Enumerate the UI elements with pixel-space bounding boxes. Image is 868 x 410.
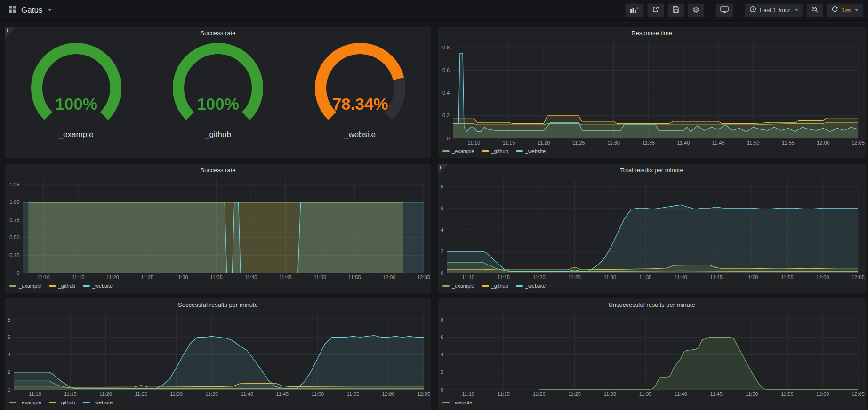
navbar-actions: + ⚙ Last 1 hour — [625, 3, 863, 17]
series-area-_website — [539, 337, 858, 390]
x-tick-label: 11:35 — [639, 391, 652, 397]
y-tick-label: 0.75 — [9, 217, 19, 223]
legend-item-_example[interactable]: _example — [9, 400, 41, 405]
refresh-picker[interactable]: 1m — [827, 3, 863, 17]
dashboard-title[interactable]: Gatus — [21, 6, 42, 15]
x-tick-label: 12:05 — [852, 274, 865, 280]
x-tick-label: 11:15 — [503, 140, 515, 145]
x-tick-label: 11:15 — [498, 391, 510, 397]
save-button[interactable] — [667, 3, 684, 17]
gauge-value-text: 100% — [197, 95, 239, 113]
legend-item-_github[interactable]: _github — [49, 283, 75, 289]
x-tick-label: 11:45 — [710, 274, 723, 280]
legend-item-_github[interactable]: _github — [482, 148, 508, 154]
share-button[interactable] — [647, 3, 664, 17]
panel-info-corner[interactable]: i — [5, 27, 16, 38]
legend-label: _example — [452, 148, 474, 154]
gauge-svg: 78.34% — [289, 43, 431, 130]
refresh-caret-icon — [855, 9, 859, 11]
panel-title[interactable]: Success rate — [5, 29, 431, 38]
settings-button[interactable]: ⚙ — [688, 3, 704, 17]
y-tick-label: 1.00 — [9, 199, 19, 205]
add-panel-button[interactable]: + — [625, 3, 644, 17]
success-rate-chart: 00.250.500.751.001.2511:1011:1511:2011:2… — [5, 175, 431, 281]
legend-swatch — [442, 150, 450, 152]
legend-swatch — [9, 402, 16, 403]
legend-label: _website — [92, 400, 113, 405]
tv-mode-button[interactable] — [715, 3, 733, 17]
x-tick-label: 11:45 — [276, 391, 289, 397]
legend-item-_example[interactable]: _example — [442, 148, 474, 154]
legend-swatch — [49, 402, 56, 403]
y-tick-label: 4 — [8, 352, 10, 357]
legend-item-_website[interactable]: _website — [516, 283, 546, 289]
legend-item-_github[interactable]: _github — [49, 400, 75, 405]
panel-title[interactable]: Success rate — [5, 166, 431, 175]
legend-item-_github[interactable]: _github — [482, 283, 508, 289]
y-tick-label: 2 — [8, 369, 10, 375]
legend-item-_website[interactable]: _website — [516, 148, 546, 154]
x-tick-label: 11:35 — [639, 274, 652, 280]
x-tick-label: 11:30 — [176, 274, 188, 280]
legend-item-_website[interactable]: _website — [83, 283, 113, 289]
x-tick-label: 12:05 — [852, 391, 865, 397]
y-tick-label: 0.4 — [442, 90, 450, 96]
x-tick-label: 11:10 — [462, 274, 474, 280]
x-tick-label: 11:40 — [241, 391, 253, 397]
dashboard-grid-icon[interactable] — [8, 5, 16, 15]
gauge-label: _github — [205, 130, 231, 139]
y-tick-label: 0.6 — [442, 67, 450, 73]
x-tick-label: 11:50 — [313, 274, 326, 280]
panel-title[interactable]: Total results per minute — [438, 166, 866, 175]
chart-legend: _example_github_website — [438, 281, 866, 293]
info-icon: i — [440, 164, 441, 169]
x-tick-label: 11:30 — [170, 391, 183, 397]
x-tick-label: 11:55 — [781, 391, 794, 397]
zoom-out-icon — [811, 6, 819, 15]
x-tick-label: 11:25 — [572, 140, 585, 145]
x-tick-label: 12:05 — [852, 140, 865, 145]
gauge-label: _example — [59, 130, 94, 139]
x-tick-label: 11:35 — [205, 391, 218, 397]
x-tick-label: 11:50 — [311, 391, 324, 397]
chart-legend: _example_github_website — [5, 281, 431, 293]
add-panel-icon: + — [630, 6, 639, 15]
y-tick-label: 4 — [441, 227, 443, 233]
panel-title[interactable]: Successful results per minute — [5, 300, 431, 310]
legend-item-_website[interactable]: _website — [83, 400, 113, 405]
y-tick-label: 0.50 — [9, 234, 19, 240]
time-range-picker[interactable]: Last 1 hour — [745, 3, 803, 17]
legend-item-_example[interactable]: _example — [9, 283, 41, 289]
panel-info-corner[interactable]: i — [438, 164, 449, 175]
dashboard-grid: i Success rate 100%_example100%_github78… — [0, 21, 868, 410]
y-tick-label: 6 — [441, 334, 443, 340]
x-tick-label: 11:25 — [135, 391, 147, 397]
y-tick-label: 6 — [8, 334, 10, 340]
x-tick-label: 12:05 — [417, 274, 430, 280]
legend-swatch — [482, 285, 489, 287]
x-tick-label: 12:05 — [417, 391, 430, 397]
x-tick-label: 11:50 — [746, 391, 758, 397]
legend-label: _website — [452, 400, 472, 405]
legend-swatch — [442, 285, 450, 287]
x-tick-label: 11:40 — [675, 274, 687, 280]
x-tick-label: 11:45 — [710, 391, 723, 397]
chart-svg: 00.20.40.60.811:1011:1511:2011:2511:3011… — [438, 38, 866, 147]
dashboard-title-caret-icon[interactable] — [48, 9, 52, 11]
panel-title[interactable]: Response time — [438, 29, 866, 38]
legend-item-_website[interactable]: _website — [442, 400, 472, 405]
legend-item-_example[interactable]: _example — [442, 283, 474, 289]
x-tick-label: 12:00 — [382, 391, 395, 397]
legend-swatch — [516, 150, 523, 152]
y-tick-label: 0 — [441, 387, 443, 393]
x-tick-label: 12:00 — [816, 391, 829, 397]
zoom-out-button[interactable] — [806, 3, 823, 17]
refresh-icon — [831, 6, 838, 15]
x-tick-label: 11:55 — [782, 140, 795, 145]
panel-title[interactable]: Unsuccessful results per minute — [438, 300, 866, 310]
legend-label: _example — [19, 283, 41, 289]
x-tick-label: 12:00 — [383, 274, 396, 280]
x-tick-label: 11:10 — [29, 391, 41, 397]
gauge-label: _website — [344, 130, 376, 139]
x-tick-label: 11:30 — [607, 140, 620, 145]
